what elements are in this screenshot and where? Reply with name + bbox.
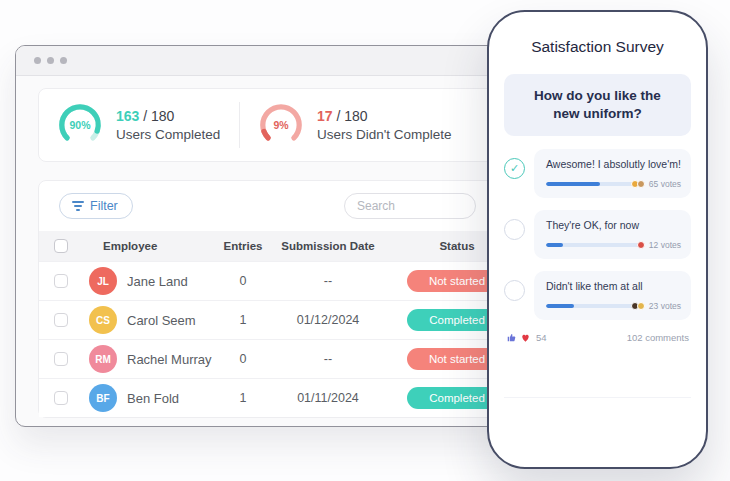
completed-percent: 90% xyxy=(57,102,103,148)
question-text: How do you like the new uniform? xyxy=(520,87,675,123)
avatar: RM xyxy=(89,345,117,373)
filter-icon xyxy=(72,201,84,211)
submission-date-value: -- xyxy=(273,352,383,366)
window-dot-icon xyxy=(60,57,67,64)
header-submission-date: Submission Date xyxy=(273,240,383,252)
row-checkbox[interactable] xyxy=(54,313,68,327)
row-checkbox[interactable] xyxy=(54,391,68,405)
stats-card: 90% 163 / 180 Users Completed 9% xyxy=(38,88,497,162)
vote-count: 23 votes xyxy=(649,301,681,311)
table-header-row: Employee Entries Submission Date Status xyxy=(39,231,496,261)
thumbs-up-icon xyxy=(506,332,517,343)
option-label: Awesome! I absolutly love'm! xyxy=(546,158,681,170)
completed-label: Users Completed xyxy=(116,127,220,142)
window-dot-icon xyxy=(34,57,41,64)
results-table-card: Filter Employee Entries Submission Date … xyxy=(38,180,497,418)
window-titlebar xyxy=(16,46,519,76)
phone-mockup: Satisfaction Survey How do you like the … xyxy=(487,10,708,469)
filter-button-label: Filter xyxy=(90,199,118,213)
radio-checked-icon[interactable]: ✓ xyxy=(504,158,525,179)
voter-avatars xyxy=(633,302,645,310)
vote-progress-bar xyxy=(546,243,639,247)
avatar: JL xyxy=(89,267,117,295)
comments-link[interactable]: 102 comments xyxy=(627,332,689,343)
not-completed-percent: 9% xyxy=(258,102,304,148)
select-all-checkbox[interactable] xyxy=(54,239,68,253)
employee-name: Carol Seem xyxy=(127,313,196,328)
dashboard-window: 90% 163 / 180 Users Completed 9% xyxy=(15,45,520,427)
employee-name: Ben Fold xyxy=(127,391,179,406)
stat-users-not-completed: 9% 17 / 180 Users Didn't Complete xyxy=(240,102,452,148)
filter-button[interactable]: Filter xyxy=(59,193,133,219)
submission-date-value: 01/11/2024 xyxy=(273,391,383,405)
like-count: 54 xyxy=(536,332,547,343)
not-completed-value: 17 xyxy=(317,108,333,124)
completed-gauge: 90% xyxy=(57,102,103,148)
vote-count: 12 votes xyxy=(649,240,681,250)
completed-value: 163 xyxy=(116,108,139,124)
question-card: How do you like the new uniform? xyxy=(504,74,691,136)
reactions-button[interactable]: 54 xyxy=(506,332,547,343)
submission-date-value: -- xyxy=(273,274,383,288)
header-employee: Employee xyxy=(83,240,213,252)
avatar: CS xyxy=(89,306,117,334)
radio-unchecked-icon[interactable] xyxy=(504,280,525,301)
poll-option-2[interactable]: They're OK, for now 12 votes xyxy=(504,210,691,259)
divider xyxy=(504,397,691,398)
entries-value: 1 xyxy=(213,391,273,405)
window-dot-icon xyxy=(47,57,54,64)
stat-users-completed: 90% 163 / 180 Users Completed xyxy=(39,102,239,148)
header-entries: Entries xyxy=(213,240,273,252)
heart-icon xyxy=(520,332,531,343)
vote-count: 65 votes xyxy=(649,179,681,189)
table-row: BF Ben Fold 1 01/11/2024 Completed xyxy=(39,378,496,417)
poll-option-3[interactable]: Didn't like them at all 23 votes xyxy=(504,271,691,320)
table-row: JL Jane Land 0 -- Not started xyxy=(39,261,496,300)
entries-value: 0 xyxy=(213,274,273,288)
entries-value: 0 xyxy=(213,352,273,366)
search-input[interactable] xyxy=(344,193,476,219)
row-checkbox[interactable] xyxy=(54,352,68,366)
option-label: They're OK, for now xyxy=(546,219,681,231)
entries-value: 1 xyxy=(213,313,273,327)
table-row: RM Rachel Murray 0 -- Not started xyxy=(39,339,496,378)
row-checkbox[interactable] xyxy=(54,274,68,288)
not-completed-gauge: 9% xyxy=(258,102,304,148)
employee-name: Jane Land xyxy=(127,274,188,289)
radio-unchecked-icon[interactable] xyxy=(504,219,525,240)
vote-progress-bar xyxy=(546,304,633,308)
completed-total: / 180 xyxy=(139,108,174,124)
submission-date-value: 01/12/2024 xyxy=(273,313,383,327)
voter-avatars xyxy=(633,180,645,188)
employee-name: Rachel Murray xyxy=(127,352,212,367)
option-label: Didn't like them at all xyxy=(546,280,681,292)
vote-progress-bar xyxy=(546,182,633,186)
not-completed-label: Users Didn't Complete xyxy=(317,127,452,142)
avatar: BF xyxy=(89,384,117,412)
not-completed-total: / 180 xyxy=(333,108,368,124)
voter-avatars xyxy=(639,241,645,249)
survey-title: Satisfaction Survey xyxy=(504,38,691,56)
poll-option-1[interactable]: ✓ Awesome! I absolutly love'm! 65 votes xyxy=(504,149,691,198)
table-row: CS Carol Seem 1 01/12/2024 Completed xyxy=(39,300,496,339)
